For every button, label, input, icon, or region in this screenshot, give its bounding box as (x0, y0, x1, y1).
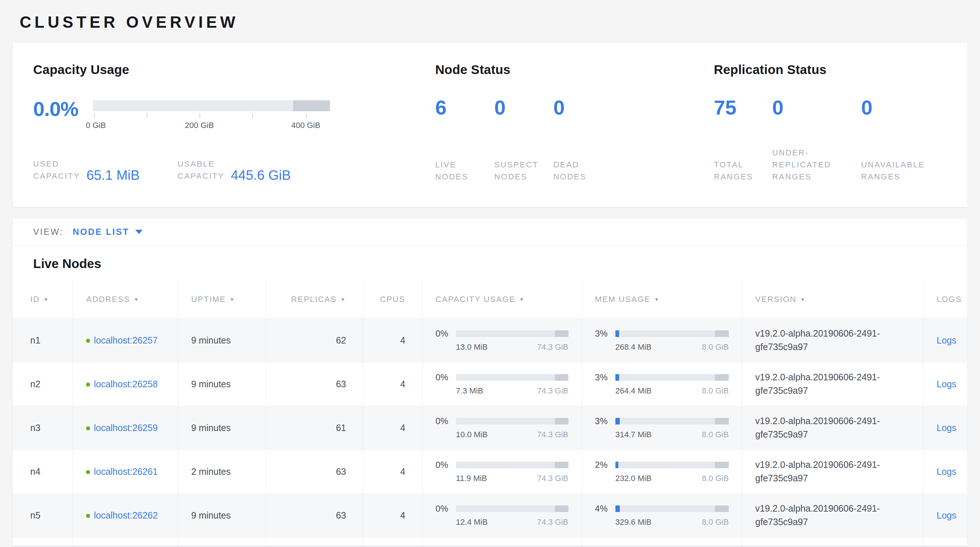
mem-used-value: 329.6 MiB (616, 517, 652, 527)
live-nodes-label: LIVE NODES (435, 159, 483, 183)
column-header-capacity-usage[interactable]: CAPACITY USAGE▼ (422, 280, 582, 318)
node-id-cell: n2 (13, 362, 73, 406)
column-header-mem-usage[interactable]: MEM USAGE▼ (582, 280, 742, 318)
node-address-cell: localhost:26262 (73, 493, 178, 537)
table-row: n2 localhost:26258 9 minutes 63 4 0% 7.3… (13, 362, 967, 406)
mem-max-value: 8.0 GiB (702, 517, 729, 527)
capacity-bar-reserved (555, 331, 568, 337)
node-uptime-cell: 9 minutes (178, 406, 266, 450)
capacity-bar-reserved (555, 462, 568, 468)
mem-used-value: 232.0 MiB (616, 474, 652, 483)
node-logs-link[interactable]: Logs (937, 335, 956, 345)
node-version-cell: v19.2.0-alpha.20190606-2491-gfe735c9a97 (742, 318, 923, 362)
node-list-card: VIEW: NODE LIST Live Nodes ID▼ ADDRESS▼ … (13, 218, 967, 547)
mem-percent: 3% (595, 329, 616, 339)
mem-percent: 2% (595, 460, 616, 470)
column-header-version[interactable]: VERSION▼ (742, 280, 923, 318)
capacity-bar-reserved (555, 506, 568, 512)
node-logs-link[interactable]: Logs (937, 379, 956, 389)
live-nodes-title: Live Nodes (13, 245, 967, 280)
capacity-percent: 0% (436, 329, 456, 339)
column-header-logs: LOGS (923, 280, 967, 318)
node-logs-link[interactable]: Logs (937, 423, 956, 433)
node-version-cell: v19.2.0-alpha.20190606-2491-gfe735c9a97 (742, 493, 923, 537)
node-replicas-cell: 62 (266, 318, 363, 362)
capacity-usage-title: Capacity Usage (33, 62, 435, 77)
capacity-used-value: 7.3 MiB (456, 386, 484, 396)
capacity-usage-cell: 0% 12.4 MiB 74.3 GiB (422, 493, 582, 537)
mem-max-value: 8.0 GiB (702, 342, 729, 352)
replication-status-section: Replication Status 75 TOTAL RANGES 0 UND… (714, 62, 947, 207)
node-address-link[interactable]: localhost:26257 (94, 335, 158, 345)
suspect-nodes-stat: 0 SUSPECT NODES (495, 97, 554, 183)
view-label: VIEW: (33, 227, 64, 237)
mem-bar (616, 331, 729, 337)
column-header-id[interactable]: ID▼ (13, 280, 73, 318)
node-logs-link[interactable]: Logs (937, 466, 956, 477)
mem-bar-reserved (715, 374, 729, 381)
capacity-bar-reserved (555, 418, 568, 425)
capacity-percent: 0% (436, 504, 456, 514)
usable-capacity-label: USABLE CAPACITY (178, 158, 228, 182)
node-address-cell: localhost:26257 (73, 318, 178, 362)
suspect-nodes-count: 0 (495, 97, 554, 118)
capacity-usage-chart: 0 GiB 200 GiB 400 GiB (93, 100, 330, 134)
total-ranges-stat: 75 TOTAL RANGES (714, 97, 772, 183)
column-header-replicas[interactable]: REPLICAS▼ (266, 280, 363, 318)
node-logs-link[interactable]: Logs (937, 510, 956, 520)
node-logs-cell: Logs (923, 318, 967, 362)
node-cpus-cell: 4 (363, 493, 422, 537)
node-address-link[interactable]: localhost:26261 (94, 466, 158, 477)
under-replicated-ranges-stat: 0 UNDER-REPLICATED RANGES (772, 97, 861, 183)
live-nodes-count: 6 (435, 97, 495, 118)
node-version-cell: v19.2.0-alpha.20190606-2491-gfe735c9a97 (742, 362, 923, 406)
capacity-axis: 0 GiB 200 GiB 400 GiB (93, 111, 330, 134)
node-status-section: Node Status 6 LIVE NODES 0 SUSPECT NODES… (435, 62, 714, 207)
mem-percent: 4% (595, 504, 616, 514)
axis-tick (252, 113, 253, 118)
mem-bar-fill (616, 374, 619, 381)
node-id-cell: n1 (13, 318, 73, 362)
mem-usage-cell: 3% 264.4 MiB 8.0 GiB (582, 362, 742, 406)
capacity-percent: 0% (436, 372, 456, 383)
cluster-summary-card: Capacity Usage 0.0% 0 GiB 200 GiB (13, 42, 967, 207)
node-address-cell: localhost:26259 (73, 406, 178, 450)
used-capacity-value: 65.1 MiB (86, 168, 140, 183)
capacity-percent: 0% (436, 416, 456, 426)
node-address-cell: localhost:26261 (73, 450, 178, 493)
view-dropdown[interactable]: NODE LIST (73, 227, 143, 237)
mem-bar (616, 506, 729, 512)
mem-percent: 3% (595, 372, 616, 383)
mem-percent: 3% (595, 416, 616, 426)
usable-capacity-value: 445.6 GiB (231, 168, 291, 183)
table-row-partial (13, 537, 967, 547)
live-status-icon (86, 383, 90, 386)
replication-status-title: Replication Status (714, 62, 947, 77)
live-status-icon (86, 426, 90, 430)
capacity-max-value: 74.3 GiB (537, 342, 568, 352)
capacity-usage-cell: 0% 10.0 MiB 74.3 GiB (422, 406, 582, 450)
mem-bar-reserved (715, 418, 729, 425)
axis-tick-label: 200 GiB (185, 121, 214, 130)
node-address-link[interactable]: localhost:26262 (94, 510, 158, 520)
mem-used-value: 268.4 MiB (616, 342, 652, 352)
capacity-max-value: 74.3 GiB (537, 517, 568, 527)
capacity-percent-value: 0.0% (33, 99, 91, 119)
node-address-link[interactable]: localhost:26258 (94, 379, 158, 389)
table-row: n3 localhost:26259 9 minutes 61 4 0% 10.… (13, 406, 967, 450)
column-header-uptime[interactable]: UPTIME▼ (178, 280, 266, 318)
node-address-link[interactable]: localhost:26259 (94, 423, 158, 433)
axis-tick (199, 113, 200, 118)
dead-nodes-stat: 0 DEAD NODES (554, 97, 612, 183)
capacity-usage-cell: 0% 7.3 MiB 74.3 GiB (422, 362, 582, 406)
column-header-address[interactable]: ADDRESS▼ (73, 280, 178, 318)
node-logs-cell: Logs (923, 362, 967, 406)
sort-caret-icon: ▼ (800, 296, 806, 302)
view-dropdown-value: NODE LIST (73, 227, 129, 237)
mem-max-value: 8.0 GiB (702, 430, 729, 439)
node-id-cell: n4 (13, 450, 73, 493)
used-capacity-label: USED CAPACITY (33, 158, 83, 182)
sort-caret-icon: ▼ (519, 296, 525, 302)
axis-tick-label: 0 GiB (86, 121, 106, 130)
unavailable-ranges-label: UNAVAILABLE RANGES (861, 159, 927, 183)
